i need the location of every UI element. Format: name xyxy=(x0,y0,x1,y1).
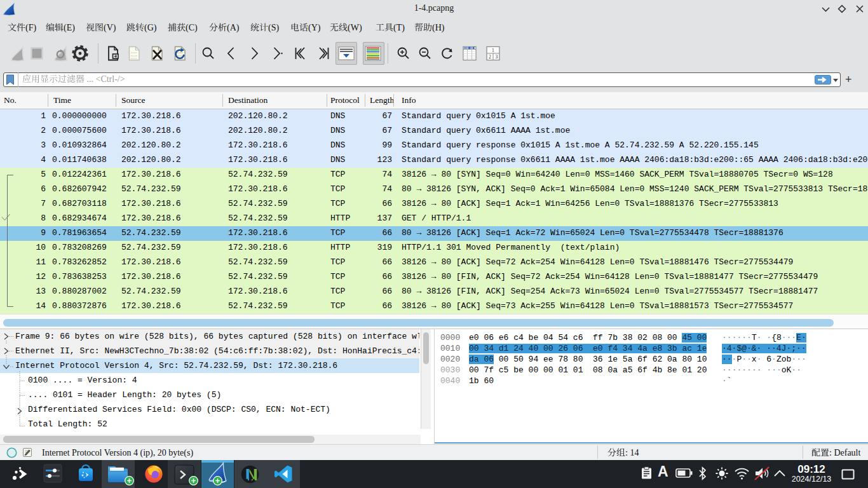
svg-text:0101: 0101 xyxy=(131,51,138,54)
svg-text:0111: 0111 xyxy=(131,57,138,60)
svg-text:2: 2 xyxy=(489,54,491,60)
svg-text:0101: 0101 xyxy=(177,51,184,54)
svg-text:1: 1 xyxy=(492,48,494,53)
svg-text:0110: 0110 xyxy=(131,55,138,57)
svg-text:3: 3 xyxy=(496,54,498,60)
